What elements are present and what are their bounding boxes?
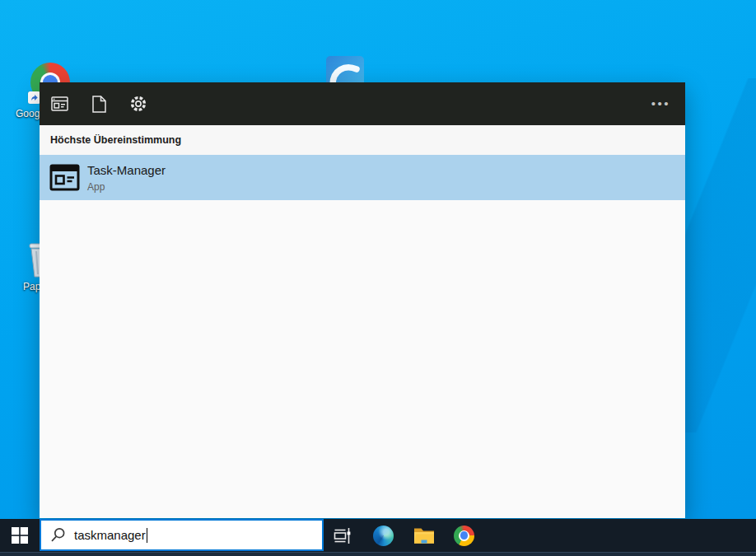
file-explorer-button[interactable] <box>404 519 444 552</box>
apps-filter-icon[interactable] <box>45 90 73 118</box>
text-cursor <box>147 528 148 543</box>
edge-icon <box>373 526 394 546</box>
task-view-button[interactable] <box>323 519 363 552</box>
file-explorer-icon <box>413 526 435 544</box>
result-title: Task-Manager <box>87 163 166 178</box>
taskbar-search-input[interactable]: taskmanager <box>40 519 324 551</box>
best-match-section-header: Höchste Übereinstimmung <box>40 125 685 155</box>
search-icon <box>50 527 66 543</box>
windows-logo-icon <box>12 527 28 544</box>
chrome-icon <box>454 526 474 546</box>
task-manager-icon <box>49 164 80 191</box>
shortcut-arrow-icon <box>28 91 40 104</box>
search-filter-bar: ••• <box>40 82 685 125</box>
start-button[interactable] <box>0 519 40 552</box>
taskbar-icons <box>323 519 484 552</box>
task-view-icon <box>334 527 352 544</box>
result-subtitle: App <box>87 181 166 193</box>
more-options-icon[interactable]: ••• <box>651 100 670 108</box>
search-result-task-manager[interactable]: Task-Manager App <box>40 155 685 200</box>
search-flyout-panel: ••• Höchste Übereinstimmung Task-Manager… <box>40 82 685 518</box>
windows-desktop: Goog Pap <box>0 0 756 556</box>
documents-filter-icon[interactable] <box>85 90 113 118</box>
chrome-button[interactable] <box>444 519 484 552</box>
settings-icon[interactable] <box>124 90 152 118</box>
desktop-icon-recycle-bin-label: Pap <box>23 281 40 292</box>
search-results-empty-area <box>40 200 685 518</box>
bottom-edge-strip <box>0 552 756 556</box>
wallpaper-beam <box>682 78 756 432</box>
desktop-icon-chrome-label: Goog <box>16 108 40 119</box>
edge-button[interactable] <box>363 519 404 552</box>
result-text: Task-Manager App <box>87 163 166 193</box>
search-input-value: taskmanager <box>74 528 146 542</box>
section-label: Höchste Übereinstimmung <box>50 134 181 146</box>
